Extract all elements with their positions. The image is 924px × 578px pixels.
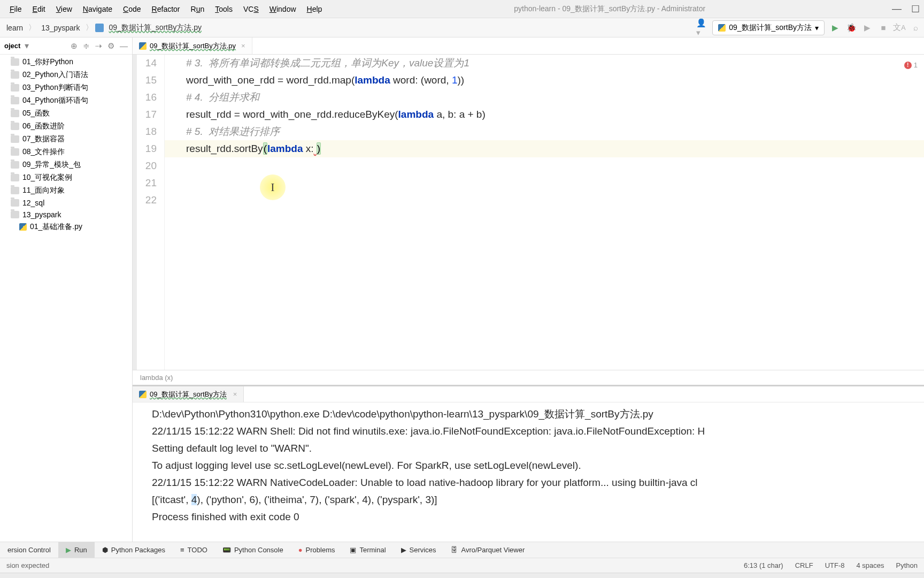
code-editor[interactable]: 14 15 16 17 18 19 20 21 22 !1 # 3. 将所有单词…	[133, 55, 924, 370]
user-icon[interactable]: 👤▾	[696, 22, 707, 33]
run-configuration-selector[interactable]: 09_数据计算_sortBy方法 ▾	[712, 20, 825, 35]
menu-bar: File Edit View Navigate Code Refactor Ru…	[0, 0, 924, 18]
code-text: ))	[457, 74, 464, 86]
tree-label: 02_Python入门语法	[22, 70, 88, 80]
tree-folder[interactable]: 06_函数进阶	[0, 120, 132, 133]
search-icon[interactable]: ⌕	[910, 22, 921, 33]
code-text: # 3. 将所有单词都转换成二元元组，单词为Key，value设置为1	[186, 57, 469, 69]
chevron-down-icon[interactable]: ▾	[25, 41, 29, 51]
play-icon: ▶	[66, 546, 71, 554]
collapse-icon[interactable]: ⇢	[95, 41, 102, 51]
inspection-badge[interactable]: !1	[904, 57, 918, 74]
wps-icon[interactable]: W	[192, 575, 214, 579]
menu-view[interactable]: View	[51, 3, 78, 16]
tab-problems[interactable]: ●Problems	[291, 542, 343, 558]
search-icon[interactable]: 🔍	[3, 575, 25, 579]
code-lines[interactable]: !1 # 3. 将所有单词都转换成二元元组，单词为Key，value设置为1 w…	[165, 55, 924, 370]
tab-terminal[interactable]: ▣Terminal	[342, 542, 393, 558]
menu-navigate[interactable]: Navigate	[78, 3, 118, 16]
tab-label: Terminal	[359, 546, 386, 554]
tab-label: Avro/Parquet Viewer	[461, 546, 525, 554]
tab-label: Services	[410, 546, 436, 554]
tree-label: 11_面向对象	[22, 186, 65, 195]
console-line: Process finished with exit code 0	[152, 508, 918, 526]
folder-icon	[11, 187, 19, 194]
crumb-file[interactable]: 09_数据计算_sortBy方法.py	[106, 22, 205, 34]
menu-refactor[interactable]: Refactor	[147, 3, 186, 16]
chevron-right-icon: 〉	[86, 23, 93, 33]
minimize-icon[interactable]: —	[892, 3, 902, 15]
status-bar: sion expected 6:13 (1 char) CRLF UTF-8 4…	[0, 558, 924, 573]
tree-folder[interactable]: 03_Python判断语句	[0, 81, 132, 94]
media-icon[interactable]: ▶	[271, 575, 292, 579]
crumb-folder[interactable]: 13_pyspark	[38, 22, 83, 33]
tree-folder[interactable]: 01_你好Python	[0, 56, 132, 69]
tree-folder[interactable]: 05_函数	[0, 107, 132, 120]
menu-run[interactable]: Run	[186, 3, 210, 16]
tree-folder[interactable]: 08_文件操作	[0, 146, 132, 158]
record-icon[interactable]: ⬤	[243, 575, 264, 579]
tree-folder[interactable]: 07_数据容器	[0, 133, 132, 146]
tab-avro-parquet[interactable]: 🗄Avro/Parquet Viewer	[443, 542, 532, 558]
hide-icon[interactable]: —	[120, 41, 128, 51]
crumb-project[interactable]: learn	[3, 22, 26, 33]
explorer-icon[interactable]: 📁	[142, 575, 164, 579]
project-label[interactable]: oject	[4, 42, 20, 50]
tree-folder[interactable]: 11_面向对象	[0, 184, 132, 197]
close-icon[interactable]: ×	[241, 42, 245, 50]
task-view-icon[interactable]: ⧉	[59, 575, 80, 579]
tree-folder[interactable]: 12_sql	[0, 197, 132, 209]
console-output[interactable]: D:\dev\Python\Python310\python.exe D:\de…	[133, 402, 924, 542]
tab-version-control[interactable]: ersion Control	[0, 542, 58, 558]
cortana-icon[interactable]: ○	[31, 575, 52, 579]
menu-help[interactable]: Help	[302, 3, 328, 16]
chrome-icon[interactable]	[114, 575, 136, 579]
coverage-button[interactable]: ▶	[862, 22, 873, 33]
file-encoding[interactable]: UTF-8	[825, 561, 845, 569]
console-line: To adjust logging level use sc.setLogLev…	[152, 457, 918, 474]
stop-button[interactable]: ■	[878, 22, 889, 33]
tree-folder[interactable]: 02_Python入门语法	[0, 69, 132, 81]
menu-tools[interactable]: Tools	[210, 3, 238, 16]
maximize-icon[interactable]: ☐	[911, 3, 920, 15]
debug-button[interactable]: 🐞	[846, 22, 857, 33]
project-panel: oject ▾ ⊕ ≑ ⇢ ⚙ — 01_你好Python 02_Python入…	[0, 37, 133, 542]
language-label[interactable]: Python	[896, 561, 918, 569]
expand-icon[interactable]: ≑	[83, 41, 90, 51]
gear-icon[interactable]: ⚙	[107, 41, 114, 51]
code-breadcrumb[interactable]: lambda (x)	[133, 370, 924, 385]
code-text: x:	[303, 143, 313, 154]
menu-edit[interactable]: Edit	[27, 3, 51, 16]
run-output-tab[interactable]: 09_数据计算_sortBy方法 ×	[133, 386, 244, 402]
todo-app-icon[interactable]: ✔	[87, 575, 108, 579]
run-output-panel: 09_数据计算_sortBy方法 × D:\dev\Python\Python3…	[133, 385, 924, 542]
menu-code[interactable]: Code	[118, 3, 146, 16]
tab-todo[interactable]: ≡TODO	[173, 542, 215, 558]
run-button[interactable]: ▶	[830, 22, 841, 33]
code-text: lambda	[267, 143, 303, 154]
line-separator[interactable]: CRLF	[795, 561, 813, 569]
menu-vcs[interactable]: VCS	[238, 3, 264, 16]
project-tree[interactable]: 01_你好Python 02_Python入门语法 03_Python判断语句 …	[0, 55, 132, 542]
menu-window[interactable]: Window	[264, 3, 302, 16]
tab-python-console[interactable]: 📟Python Console	[215, 542, 291, 558]
indent-setting[interactable]: 4 spaces	[856, 561, 884, 569]
translate-icon[interactable]: 文A	[894, 22, 905, 33]
tab-services[interactable]: ▶Services	[394, 542, 444, 558]
chevron-right-icon: 〉	[28, 23, 36, 33]
caret-position[interactable]: 6:13 (1 char)	[744, 561, 783, 569]
tree-file[interactable]: 01_基础准备.py	[0, 220, 132, 233]
tree-folder[interactable]: 09_异常_模块_包	[0, 158, 132, 171]
close-icon[interactable]: ×	[233, 390, 237, 398]
tree-folder[interactable]: 13_pyspark	[0, 209, 132, 220]
tab-python-packages[interactable]: ⬢Python Packages	[95, 542, 173, 558]
tab-run[interactable]: ▶Run	[58, 542, 95, 558]
chevron-down-icon: ▾	[815, 24, 819, 32]
tree-folder[interactable]: 10_可视化案例	[0, 171, 132, 184]
target-icon[interactable]: ⊕	[71, 41, 78, 51]
menu-file[interactable]: File	[4, 3, 27, 16]
python-icon	[718, 24, 726, 32]
python-file-icon	[139, 42, 147, 50]
tree-folder[interactable]: 04_Python循环语句	[0, 94, 132, 107]
editor-tab[interactable]: 09_数据计算_sortBy方法.py ×	[133, 37, 252, 54]
